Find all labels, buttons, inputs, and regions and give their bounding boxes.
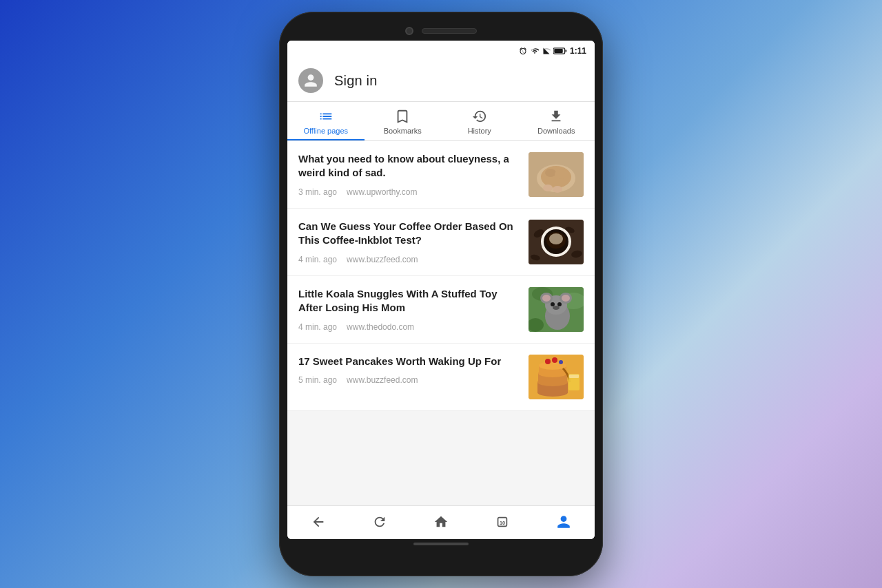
refresh-button[interactable] bbox=[349, 512, 410, 532]
phone-screen: 1:11 Sign in Offline pages bbox=[287, 41, 595, 539]
article-meta: 3 min. ago www.upworthy.com bbox=[298, 187, 520, 197]
svg-point-28 bbox=[562, 295, 570, 302]
svg-rect-2 bbox=[565, 50, 566, 52]
account-button[interactable] bbox=[533, 512, 595, 532]
camera bbox=[405, 27, 413, 35]
article-thumbnail bbox=[529, 152, 584, 197]
article-item[interactable]: Little Koala Snuggles With A Stuffed Toy… bbox=[287, 276, 595, 344]
article-item[interactable]: What you need to know about clueyness, a… bbox=[287, 141, 595, 209]
article-thumbnail bbox=[529, 287, 584, 332]
status-icons: 1:11 bbox=[519, 46, 586, 56]
article-info: What you need to know about clueyness, a… bbox=[298, 152, 520, 197]
article-item[interactable]: 17 Sweet Pancakes Worth Waking Up For 5 … bbox=[287, 344, 595, 411]
speaker bbox=[422, 28, 477, 34]
svg-point-30 bbox=[557, 302, 562, 306]
article-meta: 5 min. ago www.buzzfeed.com bbox=[298, 375, 520, 385]
wifi-icon bbox=[530, 47, 540, 55]
history-icon bbox=[472, 109, 487, 124]
bookmarks-icon bbox=[395, 109, 410, 124]
article-list: What you need to know about clueyness, a… bbox=[287, 141, 595, 505]
article-thumbnail bbox=[529, 355, 584, 399]
svg-point-27 bbox=[542, 295, 551, 302]
sign-in-label[interactable]: Sign in bbox=[334, 73, 378, 89]
article-source: www.buzzfeed.com bbox=[347, 375, 418, 385]
offline-pages-icon bbox=[318, 109, 334, 124]
svg-point-7 bbox=[555, 169, 568, 179]
phone-device: 1:11 Sign in Offline pages bbox=[279, 12, 603, 576]
article-thumbnail bbox=[529, 220, 584, 264]
article-title: Little Koala Snuggles With A Stuffed Toy… bbox=[298, 287, 520, 315]
tab-history-label: History bbox=[468, 127, 491, 135]
svg-text:10: 10 bbox=[500, 520, 505, 526]
svg-point-29 bbox=[551, 302, 555, 306]
phone-bottom-bar bbox=[287, 539, 595, 546]
tab-offline-pages[interactable]: Offline pages bbox=[287, 102, 365, 140]
article-info: 17 Sweet Pancakes Worth Waking Up For 5 … bbox=[298, 355, 520, 385]
article-time: 4 min. ago bbox=[298, 255, 337, 264]
article-meta: 4 min. ago www.thedodo.com bbox=[298, 322, 520, 332]
tab-offline-pages-label: Offline pages bbox=[303, 127, 348, 135]
article-info: Little Koala Snuggles With A Stuffed Toy… bbox=[298, 287, 520, 332]
svg-point-9 bbox=[553, 186, 562, 193]
tab-bookmarks-label: Bookmarks bbox=[384, 127, 422, 135]
article-source: www.thedodo.com bbox=[347, 322, 414, 332]
status-bar: 1:11 bbox=[287, 41, 595, 60]
tab-history[interactable]: History bbox=[441, 102, 518, 140]
status-time: 1:11 bbox=[570, 46, 586, 56]
tab-bar: Offline pages Bookmarks History bbox=[287, 102, 595, 141]
downloads-icon bbox=[548, 109, 564, 124]
article-info: Can We Guess Your Coffee Order Based On … bbox=[298, 220, 520, 264]
svg-point-8 bbox=[543, 185, 553, 191]
tab-bookmarks[interactable]: Bookmarks bbox=[365, 102, 442, 140]
article-title: What you need to know about clueyness, a… bbox=[298, 152, 520, 180]
bottom-navigation: 10 bbox=[287, 505, 595, 539]
article-time: 5 min. ago bbox=[298, 375, 337, 385]
article-time: 3 min. ago bbox=[298, 187, 337, 197]
svg-point-6 bbox=[545, 169, 556, 177]
back-button[interactable] bbox=[287, 512, 349, 532]
battery-icon bbox=[553, 47, 567, 55]
svg-point-40 bbox=[545, 359, 551, 364]
tab-downloads[interactable]: Downloads bbox=[518, 102, 595, 140]
svg-rect-44 bbox=[569, 375, 579, 378]
article-time: 4 min. ago bbox=[298, 322, 337, 332]
svg-point-42 bbox=[559, 360, 563, 364]
tabs-button[interactable]: 10 bbox=[472, 512, 533, 532]
svg-point-18 bbox=[549, 233, 563, 244]
article-meta: 4 min. ago www.buzzfeed.com bbox=[298, 255, 520, 264]
svg-point-31 bbox=[553, 306, 560, 310]
svg-rect-1 bbox=[554, 49, 563, 53]
alarm-icon bbox=[519, 47, 527, 55]
article-source: www.buzzfeed.com bbox=[347, 255, 418, 264]
article-item[interactable]: Can We Guess Your Coffee Order Based On … bbox=[287, 209, 595, 276]
article-title: 17 Sweet Pancakes Worth Waking Up For bbox=[298, 355, 520, 368]
svg-point-41 bbox=[552, 357, 557, 363]
signal-icon bbox=[542, 47, 551, 55]
phone-top-bar bbox=[287, 24, 595, 41]
home-indicator bbox=[413, 543, 469, 545]
header: Sign in bbox=[287, 60, 595, 102]
tab-downloads-label: Downloads bbox=[537, 127, 575, 135]
article-source: www.upworthy.com bbox=[347, 187, 417, 197]
home-button[interactable] bbox=[410, 512, 471, 532]
avatar-icon[interactable] bbox=[298, 68, 323, 93]
article-title: Can We Guess Your Coffee Order Based On … bbox=[298, 220, 520, 248]
